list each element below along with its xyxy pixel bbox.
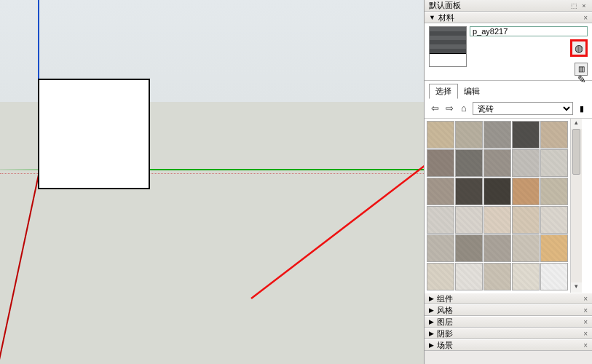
material-thumbnail[interactable] xyxy=(455,149,483,177)
material-thumbnail[interactable] xyxy=(427,234,454,262)
collapse-icon: ▶ xyxy=(429,295,434,302)
material-thumbnail[interactable] xyxy=(512,234,540,262)
material-thumbnail[interactable] xyxy=(455,178,483,205)
materials-scrollbar[interactable]: ▴ ▾ xyxy=(570,119,582,293)
section-materials-header[interactable]: ▼ 材料 × xyxy=(425,12,592,23)
panel-titlebar[interactable]: 默认面板 ⬚ × xyxy=(425,0,592,12)
folder-icon[interactable]: ▮ xyxy=(576,103,588,114)
pin-icon[interactable]: ⬚ xyxy=(570,2,577,9)
section-layers-label: 图层 xyxy=(437,317,453,328)
materials-toolbar: ⇦ ⇨ ⌂ 瓷砖 ▮ xyxy=(425,100,592,119)
close-icon[interactable]: × xyxy=(583,330,588,338)
material-thumbnail[interactable] xyxy=(427,178,454,205)
category-select[interactable]: 瓷砖 xyxy=(473,102,573,115)
material-thumbnail[interactable] xyxy=(427,206,454,234)
tab-edit[interactable]: 编辑 xyxy=(458,84,486,98)
material-thumbnail[interactable] xyxy=(455,206,483,234)
material-thumbnail[interactable] xyxy=(512,149,540,177)
default-panel: 默认面板 ⬚ × ▼ 材料 × ◍ ▥ 选择 编辑 xyxy=(424,0,592,364)
section-scenes-label: 场景 xyxy=(437,340,453,351)
material-name-input[interactable] xyxy=(470,26,588,36)
viewport[interactable] xyxy=(0,0,424,364)
material-thumbnail[interactable] xyxy=(540,234,568,262)
materials-tabs: 选择 编辑 ✎ xyxy=(425,81,592,100)
material-thumbnail[interactable] xyxy=(540,178,568,205)
collapse-icon: ▶ xyxy=(429,341,434,349)
material-thumbnail[interactable] xyxy=(484,149,511,177)
close-icon[interactable]: × xyxy=(583,341,588,349)
material-thumbnail[interactable] xyxy=(512,178,540,205)
material-thumbnail[interactable] xyxy=(540,121,568,149)
materials-body: ◍ ▥ xyxy=(425,23,592,81)
material-thumbnail[interactable] xyxy=(484,263,511,290)
collapse-icon: ▶ xyxy=(429,318,434,325)
material-thumbnail[interactable] xyxy=(455,234,483,262)
eyedropper-icon[interactable]: ✎ xyxy=(577,74,586,85)
material-thumbnail[interactable] xyxy=(455,121,483,149)
section-components-label: 组件 xyxy=(437,293,453,304)
material-thumbnail[interactable] xyxy=(540,263,568,290)
scroll-track[interactable] xyxy=(571,129,582,282)
cube-face[interactable] xyxy=(38,79,150,189)
material-thumbnail[interactable] xyxy=(455,263,483,290)
scroll-thumb[interactable] xyxy=(572,129,580,175)
material-thumbnail[interactable] xyxy=(427,263,454,290)
material-thumbnail[interactable] xyxy=(540,149,568,177)
collapse-icon: ▶ xyxy=(429,306,434,314)
material-thumbnail[interactable] xyxy=(427,121,454,149)
material-thumbnail[interactable] xyxy=(512,263,540,290)
collapse-icon: ▶ xyxy=(429,330,434,337)
material-thumbnail[interactable] xyxy=(540,206,568,234)
close-icon[interactable]: × xyxy=(580,2,588,9)
close-icon[interactable]: × xyxy=(583,318,588,326)
material-thumbnail[interactable] xyxy=(427,149,454,177)
back-button[interactable]: ⇦ xyxy=(429,103,441,114)
cube-icon: ◍ xyxy=(575,42,583,54)
material-thumbnail[interactable] xyxy=(484,206,511,234)
section-materials-label: 材料 xyxy=(438,12,454,23)
tab-select[interactable]: 选择 xyxy=(429,84,458,99)
forward-button[interactable]: ⇨ xyxy=(443,103,455,114)
expand-icon: ▼ xyxy=(429,14,435,21)
material-thumbnail[interactable] xyxy=(512,121,540,149)
section-shadows-header[interactable]: ▶ 阴影 × xyxy=(425,328,592,339)
scroll-up-icon[interactable]: ▴ xyxy=(571,119,582,129)
section-scenes-header[interactable]: ▶ 场景 × xyxy=(425,339,592,351)
section-components-header[interactable]: ▶ 组件 × xyxy=(425,293,592,304)
panel-title-text: 默认面板 xyxy=(429,0,461,11)
material-thumbnail[interactable] xyxy=(484,234,511,262)
material-thumbnail[interactable] xyxy=(484,178,511,205)
current-material-swatch[interactable] xyxy=(429,26,467,67)
material-thumbnail[interactable] xyxy=(512,206,540,234)
close-icon[interactable]: × xyxy=(583,306,588,314)
scroll-down-icon[interactable]: ▾ xyxy=(571,282,582,293)
section-shadows-label: 阴影 xyxy=(437,328,453,339)
section-styles-label: 风格 xyxy=(437,305,453,316)
section-layers-header[interactable]: ▶ 图层 × xyxy=(425,316,592,328)
section-styles-header[interactable]: ▶ 风格 × xyxy=(425,304,592,316)
materials-grid-wrap: ▴ ▾ xyxy=(425,119,592,293)
home-button[interactable]: ⌂ xyxy=(458,103,470,114)
close-icon[interactable]: × xyxy=(583,14,588,22)
material-thumbnail[interactable] xyxy=(484,121,511,149)
materials-grid xyxy=(425,119,570,293)
close-icon[interactable]: × xyxy=(583,295,588,303)
create-material-button[interactable]: ◍ xyxy=(570,39,588,57)
